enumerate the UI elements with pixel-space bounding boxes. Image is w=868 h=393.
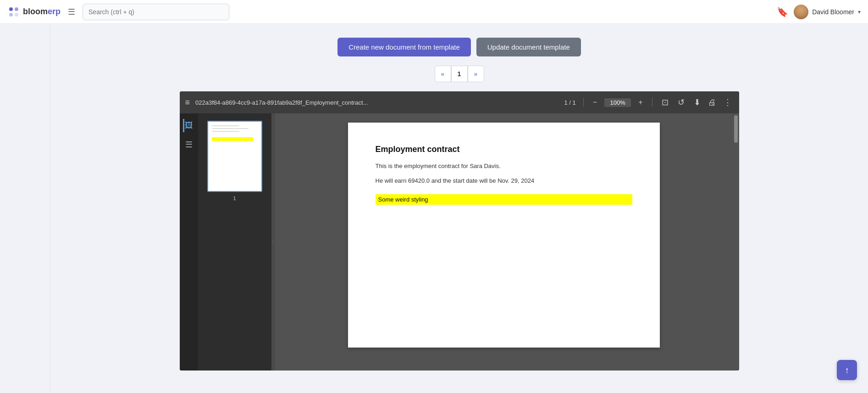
pdf-page: Employment contract This is the employme… <box>348 123 660 348</box>
pdf-menu-icon[interactable]: ≡ <box>185 98 190 107</box>
create-document-button[interactable]: Create new document from template <box>337 38 471 56</box>
thumbnail-line <box>212 125 239 126</box>
user-name: David Bloomer <box>812 8 854 16</box>
pdf-fit-page-button[interactable]: ⊡ <box>660 95 670 109</box>
pdf-thumbnail-page-1[interactable] <box>207 121 262 192</box>
navbar: bloomerp ☰ 🔖 David Bloomer ▾ <box>0 0 868 24</box>
action-buttons: Create new document from template Update… <box>60 38 859 56</box>
svg-point-0 <box>9 7 13 11</box>
pagination-page-1-button[interactable]: 1 <box>451 66 468 82</box>
logo-icon <box>7 6 20 18</box>
pdf-zoom-out-button[interactable]: − <box>591 96 599 108</box>
main-content: Create new document from template Update… <box>50 24 868 393</box>
document-highlighted-text: Some weird styling <box>376 194 632 205</box>
pdf-rotate-button[interactable]: ↺ <box>676 95 686 109</box>
update-template-button[interactable]: Update document template <box>476 38 581 56</box>
svg-point-3 <box>15 13 18 17</box>
thumbnail-page-number: 1 <box>233 196 236 201</box>
thumbnail-line <box>212 128 249 129</box>
chevron-down-icon: ▾ <box>858 9 861 15</box>
pdf-more-button[interactable]: ⋮ <box>722 95 734 109</box>
document-title: Employment contract <box>376 145 632 154</box>
pdf-thumbnail-area: 1 <box>193 119 271 201</box>
pdf-zoom-in-button[interactable]: + <box>636 96 644 108</box>
pdf-page-separator: / <box>569 99 572 106</box>
pdf-page-current: 1 <box>564 99 567 106</box>
logo-erp: erp <box>48 7 61 16</box>
thumbnail-line <box>212 131 239 132</box>
user-area[interactable]: David Bloomer ▾ <box>794 5 861 19</box>
pdf-thumbnail-tab[interactable]: 🖼 <box>183 119 195 132</box>
pdf-toolbar-divider <box>583 98 584 107</box>
svg-point-1 <box>15 7 18 11</box>
pdf-outline-tab[interactable]: ☰ <box>183 138 194 152</box>
pdf-filename: 022a3f84-a869-4cc9-a17a-891fab9a2f8f_Emp… <box>195 99 558 106</box>
pdf-body: 🖼 ☰ 1 ⋮ <box>180 113 739 371</box>
pdf-page-total: 1 <box>573 99 576 106</box>
hamburger-icon: ☰ <box>68 7 75 17</box>
pdf-resize-handle[interactable]: ⋮ <box>271 113 275 371</box>
svg-point-2 <box>9 13 13 17</box>
pdf-scrollbar[interactable] <box>733 113 739 371</box>
search-input[interactable] <box>83 4 229 20</box>
pdf-thumbnail-sidebar: 🖼 ☰ 1 <box>180 113 271 371</box>
pdf-zoom-input[interactable] <box>604 98 631 107</box>
logo-bloom: bloom <box>23 7 48 16</box>
pdf-toolbar-right: ⬇ 🖨 ⋮ <box>692 95 734 109</box>
pagination: « 1 » <box>60 66 859 82</box>
pdf-page-area[interactable]: Employment contract This is the employme… <box>275 113 733 371</box>
menu-toggle-button[interactable]: ☰ <box>66 5 77 19</box>
pdf-sidebar-tab-bar: 🖼 ☰ <box>180 113 198 371</box>
pagination-prev-button[interactable]: « <box>435 66 451 82</box>
pdf-page-info: 1 / 1 <box>564 99 575 106</box>
logo: bloomerp <box>7 6 61 18</box>
pdf-download-button[interactable]: ⬇ <box>692 95 702 109</box>
avatar <box>794 5 808 19</box>
pdf-toolbar: ≡ 022a3f84-a869-4cc9-a17a-891fab9a2f8f_E… <box>180 91 739 113</box>
logo-text: bloomerp <box>23 7 61 17</box>
scroll-top-button[interactable]: ↑ <box>837 360 857 380</box>
pdf-toolbar-divider2 <box>652 98 652 107</box>
document-paragraph-1: This is the employment contract for Sara… <box>376 162 632 171</box>
sidebar <box>0 24 50 393</box>
pagination-next-button[interactable]: » <box>468 66 484 82</box>
pdf-viewer: ≡ 022a3f84-a869-4cc9-a17a-891fab9a2f8f_E… <box>180 91 739 371</box>
pdf-scrollbar-thumb[interactable] <box>734 115 738 143</box>
pdf-print-button[interactable]: 🖨 <box>706 96 718 109</box>
bookmark-icon[interactable]: 🔖 <box>777 6 788 17</box>
document-paragraph-2: He will earn 69420.0 and the start date … <box>376 176 632 185</box>
avatar-image <box>794 5 808 19</box>
thumbnail-yellow-line <box>212 137 253 141</box>
